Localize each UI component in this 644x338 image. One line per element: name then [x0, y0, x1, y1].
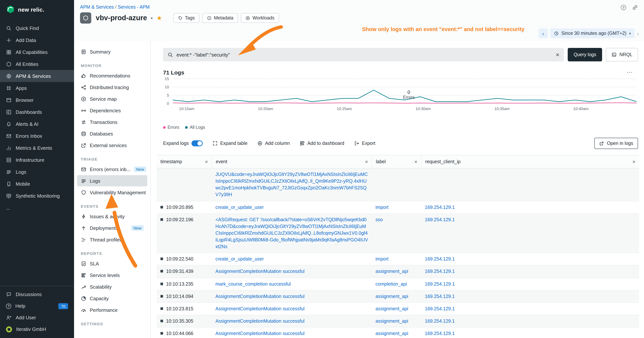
sidebar-item-iterativ-gmbh[interactable]: Iterativ GmbH [0, 323, 74, 335]
label-link[interactable]: assignment_api [376, 269, 408, 274]
nav-item-dependencies[interactable]: Dependencies [77, 105, 147, 116]
sidebar-item-infrastructure[interactable]: Infrastructure [0, 154, 74, 166]
breadcrumb-link[interactable]: Services - APM [118, 5, 150, 10]
event-link[interactable]: create_or_update_user [216, 205, 264, 210]
nav-item-service-map[interactable]: Service map [77, 93, 147, 104]
row-handle-icon[interactable] [160, 332, 163, 335]
sidebar-item-apm-services[interactable]: APM & Services [0, 70, 74, 82]
logs-query-input[interactable] [176, 52, 552, 58]
row-handle-icon[interactable] [160, 206, 163, 208]
ip-link[interactable]: 169.254.129.1 [425, 318, 455, 324]
table-row[interactable]: JUQVU&code=eyJraWQiOiJjcGltY29yZV8wOTl1M… [157, 168, 639, 201]
ip-link[interactable]: 169.254.129.1 [425, 217, 455, 222]
event-link[interactable]: JUQVU&code=eyJraWQiOiJjcGltY29yZV8wOTl1M… [216, 172, 368, 197]
nav-item-errors-errors-inb[interactable]: Errors (errors inb...New [77, 164, 147, 175]
label-link[interactable]: sso [376, 217, 383, 222]
ip-link[interactable]: 169.254.129.1 [425, 205, 455, 210]
remove-column-icon[interactable]: × [205, 159, 208, 164]
sidebar-item-metrics-events[interactable]: Metrics & Events [0, 142, 74, 154]
sidebar-item-logs[interactable]: Logs [0, 166, 74, 178]
nav-item-thread-profiler[interactable]: Thread profiler [77, 234, 147, 245]
time-back-button[interactable]: ‹ [538, 29, 548, 38]
sidebar-item-browser[interactable]: Browser [0, 94, 74, 106]
label-link[interactable]: import [376, 205, 388, 210]
ip-link[interactable]: 169.254.129.1 [425, 257, 455, 262]
sidebar-item-all-entities[interactable]: All Entities [0, 58, 74, 70]
nav-item-vulnerability-management[interactable]: Vulnerability Management [77, 187, 147, 198]
remove-column-icon[interactable]: × [632, 159, 636, 164]
table-row[interactable]: 10:09:22.196<ASGIRequest: GET '/sso/call… [157, 214, 639, 253]
row-handle-icon[interactable] [160, 282, 163, 285]
sidebar-item-mobile[interactable]: Mobile [0, 178, 74, 190]
nav-item-recommendations[interactable]: Recommendations [77, 70, 147, 81]
nav-item-performance[interactable]: Performance [77, 304, 147, 315]
sidebar-item-discussions[interactable]: Discussions [0, 289, 74, 300]
logs-search-box[interactable]: × [163, 48, 564, 61]
expand-logs-toggle[interactable] [192, 140, 203, 146]
ip-link[interactable]: 169.254.129.1 [425, 269, 455, 274]
table-row[interactable]: 10:10:23.815AssignmentCompletionMutation… [157, 303, 639, 315]
remove-column-icon[interactable]: × [414, 159, 417, 164]
label-link[interactable]: assignment_api [376, 331, 408, 336]
query-logs-button[interactable]: Query logs [568, 48, 602, 61]
sidebar-item-errors-inbox[interactable]: Errors Inbox [0, 130, 74, 142]
row-handle-icon[interactable] [160, 218, 163, 221]
column-header-label[interactable]: label× [372, 155, 421, 168]
expand-logs-toggle-group[interactable]: Expand logs [163, 140, 203, 146]
row-handle-icon[interactable] [160, 307, 163, 310]
sidebar-item-item[interactable]: ... [0, 202, 74, 214]
event-link[interactable]: <ASGIRequest: GET '/sso/callback/?state=… [216, 217, 368, 249]
nav-item-service-levels[interactable]: Service levels [77, 269, 147, 281]
label-link[interactable]: import [376, 257, 388, 262]
sidebar-item-synthetic-monitoring[interactable]: Synthetic Monitoring [0, 190, 74, 202]
breadcrumb-link[interactable]: APM & Services [80, 5, 114, 10]
add-to-dashboard-button[interactable]: Add to dashboard [300, 141, 344, 146]
label-link[interactable]: completion_api [376, 281, 407, 286]
nav-item-distributed-tracing[interactable]: Distributed tracing [77, 82, 147, 93]
nav-item-issues-activity[interactable]: Issues & activity [77, 211, 147, 222]
label-link[interactable]: assignment_api [376, 294, 408, 299]
nav-item-deployments[interactable]: DeploymentsNew [77, 222, 147, 234]
open-in-logs-button[interactable]: Open in logs [594, 138, 638, 149]
time-forward-icon[interactable]: › [637, 30, 639, 37]
table-row[interactable]: 10:09:22.540create_or_update_userimport1… [157, 253, 639, 266]
nav-item-summary[interactable]: Summary [77, 46, 147, 57]
event-link[interactable]: AssignmentCompletionMutation successful [216, 269, 304, 274]
row-handle-icon[interactable] [160, 270, 163, 273]
sidebar-item-dashboards[interactable]: Dashboards [0, 106, 74, 118]
ip-link[interactable]: 169.254.129.1 [425, 306, 455, 311]
row-handle-icon[interactable] [160, 295, 163, 297]
table-row[interactable]: 10:10:14.094AssignmentCompletionMutation… [157, 290, 639, 303]
nav-item-transactions[interactable]: Transactions [77, 116, 147, 128]
column-header-request-client-ip[interactable]: request_client_ip× [421, 155, 639, 168]
workloads-button[interactable]: Workloads [241, 13, 279, 23]
row-handle-icon[interactable] [160, 258, 163, 260]
table-row[interactable]: 10:10:35.305AssignmentCompletionMutation… [157, 315, 639, 327]
sidebar-item-apps[interactable]: Apps [0, 82, 74, 94]
label-link[interactable]: assignment_api [376, 306, 408, 311]
add-column-button[interactable]: Add column [257, 141, 290, 146]
clear-query-icon[interactable]: × [556, 52, 560, 58]
newrelic-logo[interactable]: new relic. [0, 0, 74, 18]
more-options-icon[interactable]: ⋯ [627, 69, 633, 76]
expand-table-button[interactable]: Expand table [212, 141, 248, 146]
column-header-event[interactable]: event× [212, 155, 372, 168]
tags-button[interactable]: Tags [173, 13, 199, 23]
event-link[interactable]: AssignmentCompletionMutation successful [216, 294, 304, 299]
column-header-timestamp[interactable]: timestamp× [157, 155, 212, 168]
metadata-button[interactable]: Metadata [202, 13, 238, 23]
table-row[interactable]: 10:09:20.895create_or_update_userimport1… [157, 201, 639, 214]
nrql-button[interactable]: NRQL [606, 48, 638, 61]
event-link[interactable]: mark_course_completion successful [216, 281, 291, 286]
export-button[interactable]: Export [354, 141, 375, 146]
sidebar-item-add-data[interactable]: Add Data [0, 34, 74, 46]
sidebar-item-alerts-ai[interactable]: Alerts & AI [0, 118, 74, 130]
sidebar-item-all-capabilities[interactable]: All Capabilities [0, 46, 74, 58]
sidebar-item-add-user[interactable]: Add User [0, 312, 74, 323]
ip-link[interactable]: 169.254.129.1 [425, 281, 455, 286]
legend-errors[interactable]: Errors [163, 125, 179, 130]
table-row[interactable]: 10:09:31.439AssignmentCompletionMutation… [157, 266, 639, 278]
time-picker[interactable]: Since 30 minutes ago (GMT+2) ▾ [550, 29, 635, 38]
nav-item-sla[interactable]: SLA [77, 258, 147, 269]
ip-link[interactable]: 169.254.129.1 [425, 331, 455, 336]
